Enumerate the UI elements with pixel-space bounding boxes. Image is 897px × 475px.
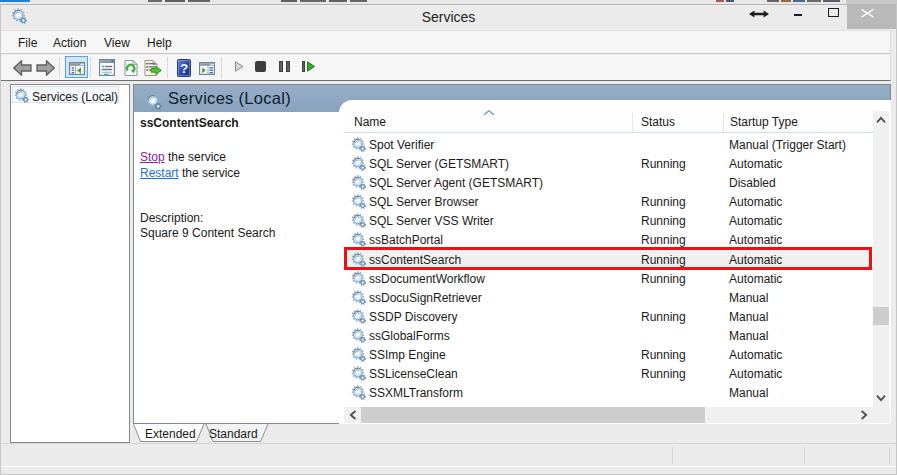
svg-text:?: ? — [179, 60, 187, 75]
